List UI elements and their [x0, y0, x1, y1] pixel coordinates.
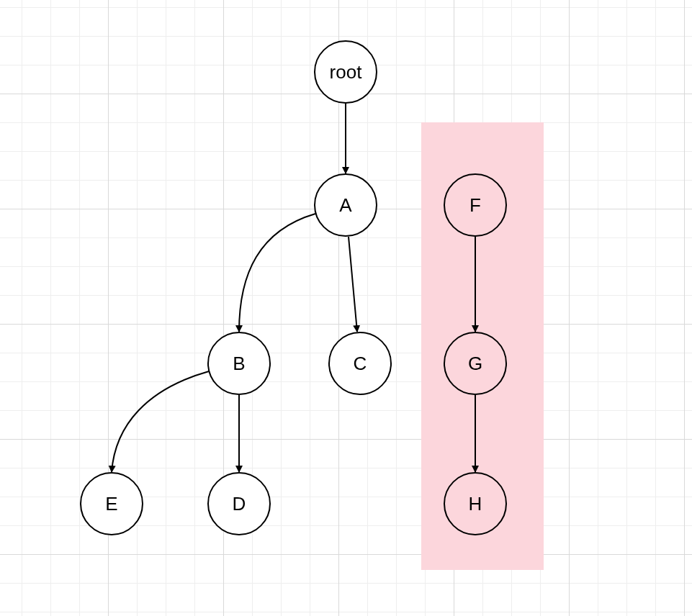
node-label: G [468, 353, 482, 375]
node-root[interactable]: root [314, 40, 377, 104]
node-B[interactable]: B [207, 332, 271, 395]
node-D[interactable]: D [207, 472, 271, 535]
edge-B-E [112, 371, 209, 472]
node-label: D [233, 493, 246, 515]
node-H[interactable]: H [444, 472, 507, 535]
node-label: H [469, 493, 482, 515]
node-label: E [105, 493, 117, 515]
node-label: C [354, 353, 367, 375]
node-E[interactable]: E [80, 472, 143, 535]
node-label: F [469, 194, 481, 217]
edge-A-B [239, 214, 315, 332]
node-F[interactable]: F [444, 173, 507, 237]
node-A[interactable]: A [314, 173, 377, 237]
node-G[interactable]: G [444, 332, 507, 395]
edge-A-C [349, 237, 357, 332]
node-label: B [233, 353, 245, 375]
node-label: A [339, 194, 351, 217]
node-label: root [330, 61, 362, 83]
node-C[interactable]: C [328, 332, 392, 395]
diagram-canvas: root A F B C G E D H [0, 0, 692, 616]
